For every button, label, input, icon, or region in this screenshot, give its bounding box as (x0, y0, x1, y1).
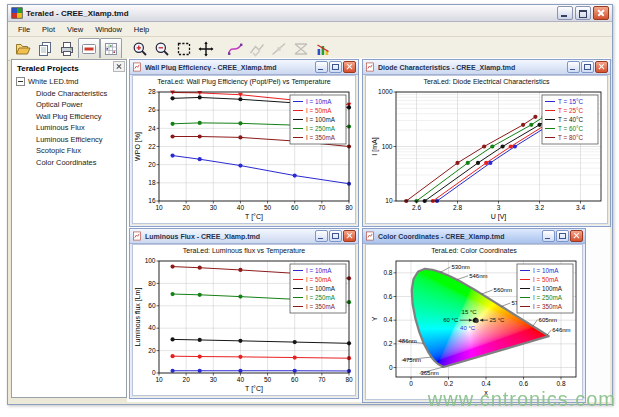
app-minimize-button[interactable] (557, 6, 573, 20)
svg-text:475nm: 475nm (403, 357, 421, 363)
chart-title: TeraLed: Color Coordinates (366, 245, 582, 256)
svg-text:0.4: 0.4 (383, 316, 392, 323)
luminous-chart[interactable]: 0204060801001020304050607080T [°C]Lumino… (133, 256, 355, 395)
fit-tool-icon[interactable] (246, 38, 268, 59)
menu-bar: FilePlotViewWindowHelp (8, 22, 612, 37)
svg-text:22: 22 (148, 143, 156, 150)
luminous-titlebar[interactable]: Luminous Flux - CREE_Xlamp.tmd (130, 229, 358, 244)
app-titlebar[interactable]: Teraled - CREE_Xlamp.tmd (8, 5, 612, 22)
slope-tool-icon[interactable] (268, 38, 290, 59)
menu-item-view[interactable]: View (61, 24, 89, 35)
pan-icon[interactable] (195, 38, 217, 59)
content-area: Teraled Projects White LED.tmdDiode Char… (10, 58, 610, 402)
luminous-minimize-button[interactable] (315, 230, 328, 242)
wall-plug-minimize-button[interactable] (315, 61, 328, 73)
app-title: Teraled - CREE_Xlamp.tmd (26, 9, 554, 18)
svg-text:20: 20 (148, 347, 156, 354)
chart-document-icon (132, 62, 142, 72)
window-color-coordinates: Color Coordinates - CREE_Xlamp.tmd TeraL… (362, 228, 586, 403)
svg-text:365nm: 365nm (420, 370, 438, 376)
tree-item-optical-power[interactable]: Optical Power (12, 99, 126, 111)
tree-item-diode-characteristics[interactable]: Diode Characteristics (12, 88, 126, 100)
tree-collapse-icon[interactable] (16, 77, 25, 86)
luminous-maximize-button[interactable] (329, 230, 342, 242)
tree-item-luminous-flux[interactable]: Luminous Flux (12, 122, 126, 134)
chart-document-icon (365, 231, 375, 241)
tree-item-scotopic-flux[interactable]: Scotopic Flux (12, 145, 126, 157)
color-coordinates-chart[interactable]: 00.20.40.60.800.20.40.60.8530nm546nm560n… (366, 256, 582, 399)
diode-close-button[interactable] (595, 61, 608, 73)
wall-plug-close-button[interactable] (343, 61, 356, 73)
svg-text:50: 50 (264, 204, 272, 211)
panel-close-icon[interactable] (113, 61, 125, 72)
diode-titlebar[interactable]: Diode Characteristics - CREE_Xlamp.tmd (363, 60, 610, 75)
svg-text:28: 28 (148, 88, 156, 95)
svg-text:100: 100 (145, 257, 156, 264)
screen: Teraled - CREE_Xlamp.tmd FilePlotViewWin… (0, 0, 619, 417)
color-maximize-button[interactable] (556, 230, 569, 242)
wall-plug-chart[interactable]: 161820222426281020304050607080T [°C]WPO … (133, 87, 355, 223)
svg-text:Luminous flux [Lm]: Luminous flux [Lm] (134, 288, 142, 347)
svg-text:I = 10mA: I = 10mA (306, 267, 332, 274)
svg-text:0.8: 0.8 (556, 380, 565, 387)
diode-chart[interactable]: 1010010002.62.833.23.4U [V]I [mA]T = 15°… (366, 87, 607, 223)
svg-text:U [V]: U [V] (491, 213, 507, 221)
svg-text:24: 24 (148, 125, 156, 132)
svg-text:40: 40 (237, 376, 245, 383)
luminous-close-button[interactable] (343, 230, 356, 242)
svg-text:T = 80°C: T = 80°C (558, 134, 583, 141)
app-logo-icon (11, 7, 23, 19)
open-file-icon[interactable] (12, 38, 34, 59)
envelope-tool-icon[interactable] (290, 38, 312, 59)
color-minimize-button[interactable] (542, 230, 555, 242)
color-titlebar[interactable]: Color Coordinates - CREE_Xlamp.tmd (363, 229, 585, 244)
svg-text:I = 250mA: I = 250mA (533, 294, 563, 301)
svg-text:30: 30 (210, 204, 218, 211)
mdi-area: Wall Plug Efficiency - CREE_Xlamp.tmd Te… (127, 58, 610, 402)
chart-title: TeraLed: Wall Plug Efficiency (Popt/Pel)… (133, 76, 355, 87)
svg-text:10: 10 (385, 197, 393, 204)
tree-item-color-coordinates[interactable]: Color Coordinates (12, 157, 126, 169)
copy-icon[interactable] (34, 38, 56, 59)
svg-text:10: 10 (155, 376, 163, 383)
menu-item-help[interactable]: Help (128, 24, 155, 35)
luminous-title: Luminous Flux - CREE_Xlamp.tmd (145, 233, 312, 240)
wall-plug-titlebar[interactable]: Wall Plug Efficiency - CREE_Xlamp.tmd (130, 60, 358, 75)
print-icon[interactable] (56, 38, 78, 59)
color-title: Color Coordinates - CREE_Xlamp.tmd (378, 233, 539, 240)
color-close-button[interactable] (570, 230, 583, 242)
svg-text:I = 50mA: I = 50mA (306, 276, 332, 283)
menu-item-window[interactable]: Window (89, 24, 128, 35)
spline-tool-icon[interactable] (224, 38, 246, 59)
svg-text:20: 20 (183, 204, 191, 211)
report-view-icon[interactable] (78, 38, 100, 59)
color-plot-icon[interactable] (312, 38, 334, 59)
svg-text:605nm: 605nm (539, 317, 557, 323)
zoom-out-icon[interactable] (151, 38, 173, 59)
diode-maximize-button[interactable] (581, 61, 594, 73)
app-close-button[interactable] (593, 6, 609, 20)
zoom-in-icon[interactable] (129, 38, 151, 59)
wall-plug-maximize-button[interactable] (329, 61, 342, 73)
svg-text:80: 80 (345, 376, 353, 383)
menu-item-file[interactable]: File (12, 24, 36, 35)
svg-text:I = 350mA: I = 350mA (306, 134, 336, 141)
data-grid-icon[interactable] (100, 38, 122, 59)
menu-item-plot[interactable]: Plot (36, 24, 61, 35)
diode-minimize-button[interactable] (567, 61, 580, 73)
window-luminous-flux: Luminous Flux - CREE_Xlamp.tmd TeraLed: … (129, 228, 359, 399)
svg-text:Y: Y (371, 316, 378, 321)
tree-root-white-led[interactable]: White LED.tmd (12, 76, 126, 88)
svg-text:0.4: 0.4 (481, 380, 490, 387)
wall-plug-title: Wall Plug Efficiency - CREE_Xlamp.tmd (145, 64, 312, 71)
app-restore-button[interactable] (575, 6, 591, 20)
svg-text:T = 40°C: T = 40°C (558, 116, 583, 123)
tree-item-wall-plug-efficiency[interactable]: Wall Plug Efficiency (12, 111, 126, 123)
svg-text:3.4: 3.4 (576, 204, 585, 211)
window-wall-plug-efficiency: Wall Plug Efficiency - CREE_Xlamp.tmd Te… (129, 59, 359, 227)
svg-text:I = 10mA: I = 10mA (306, 98, 332, 105)
svg-text:T = 60°C: T = 60°C (558, 125, 583, 132)
zoom-extent-icon[interactable] (173, 38, 195, 59)
tree-item-luminous-efficiency[interactable]: Luminous Efficiency (12, 134, 126, 146)
svg-text:1000: 1000 (378, 88, 393, 95)
